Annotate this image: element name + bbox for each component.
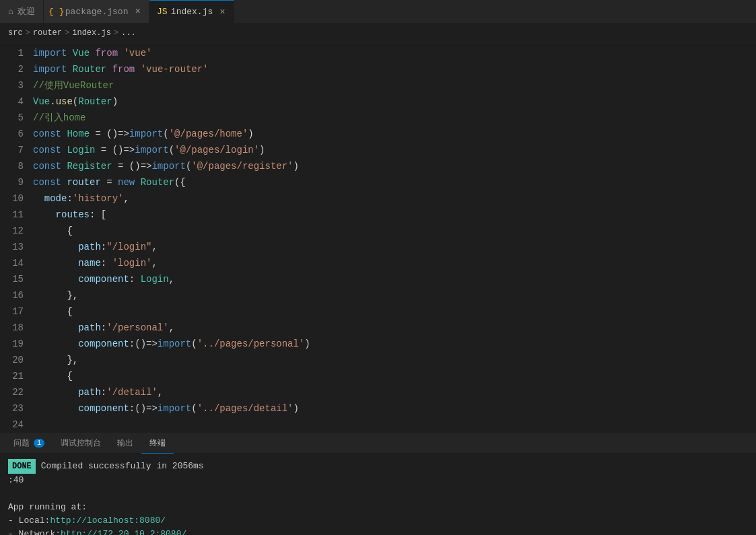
code-line: }, bbox=[33, 352, 756, 368]
panel-tab-problems[interactable]: 问题 1 bbox=[5, 433, 53, 454]
code-line: //引入home bbox=[33, 110, 756, 126]
code-line: Vue.use(Router) bbox=[33, 94, 756, 110]
tab-index[interactable]: JS index.js × bbox=[149, 0, 234, 23]
code-area[interactable]: 12345 678910 1112131415 1617181920 21222… bbox=[0, 42, 756, 433]
sep2: > bbox=[65, 28, 69, 38]
panel-tab-output[interactable]: 输出 bbox=[109, 433, 141, 454]
code-line: const Register = ()=>import('@/pages/reg… bbox=[33, 158, 756, 174]
close-icon-index[interactable]: × bbox=[219, 7, 225, 17]
json-icon: { } bbox=[52, 7, 61, 16]
terminal-network-line: - Network: http://172.20.10.2:8080/ bbox=[8, 528, 748, 535]
tab-package-label: package.json bbox=[65, 7, 129, 17]
terminal-local-line: - Local: http://localhost:8080/ bbox=[8, 514, 748, 528]
panel-tabs: 问题 1 调试控制台 输出 终端 bbox=[0, 433, 756, 454]
line-numbers: 12345 678910 1112131415 1617181920 21222… bbox=[0, 42, 30, 433]
tab-index-label: index.js bbox=[171, 7, 213, 17]
terminal-app-running: App running at: bbox=[8, 501, 748, 514]
tab-home[interactable]: ⌂ 欢迎 bbox=[0, 0, 44, 23]
local-label: - Local: bbox=[8, 514, 50, 528]
breadcrumb-file[interactable]: index.js bbox=[72, 28, 111, 38]
network-label: - Network: bbox=[8, 528, 61, 535]
problems-label: 问题 bbox=[13, 437, 30, 449]
breadcrumb-more[interactable]: ... bbox=[121, 28, 136, 38]
code-line: path:'/personal', bbox=[33, 320, 756, 336]
done-badge: DONE bbox=[8, 459, 36, 474]
code-line: { bbox=[33, 304, 756, 320]
terminal-blank bbox=[8, 487, 748, 501]
terminal-timestamp: :40 bbox=[8, 474, 748, 487]
code-line: component: Login, bbox=[33, 271, 756, 287]
terminal-content[interactable]: DONE Compiled successfully in 2056ms :40… bbox=[0, 454, 756, 535]
code-line: //使用VueRouter bbox=[33, 77, 756, 94]
editor: 12345 678910 1112131415 1617181920 21222… bbox=[0, 42, 756, 433]
home-icon: ⌂ bbox=[8, 7, 13, 17]
tab-bar: ⌂ 欢迎 { } package.json × JS index.js × bbox=[0, 0, 756, 24]
code-line: const Home = ()=>import('@/pages/home') bbox=[33, 126, 756, 142]
problems-badge: 1 bbox=[34, 439, 44, 448]
code-line: { bbox=[33, 223, 756, 239]
code-line: path:'/detail', bbox=[33, 384, 756, 400]
code-line: component:()=>import('../pages/personal'… bbox=[33, 336, 756, 352]
code-line: import Vue from 'vue' bbox=[33, 45, 756, 61]
code-line: component:()=>import('../pages/detail') bbox=[33, 400, 756, 417]
panel-tab-debug[interactable]: 调试控制台 bbox=[53, 433, 109, 454]
tab-home-label: 欢迎 bbox=[18, 5, 35, 17]
code-line: const router = new Router({ bbox=[33, 174, 756, 190]
code-line: const Login = ()=>import('@/pages/login'… bbox=[33, 142, 756, 158]
compile-message: Compiled successfully in 2056ms bbox=[41, 460, 204, 473]
sep3: > bbox=[114, 28, 118, 38]
terminal-label: 终端 bbox=[149, 437, 166, 449]
network-url[interactable]: http://172.20.10.2:8080/ bbox=[61, 528, 186, 535]
code-line: path:"/login", bbox=[33, 239, 756, 255]
code-line: mode:'history', bbox=[33, 190, 756, 207]
panel-tab-terminal[interactable]: 终端 bbox=[141, 433, 174, 454]
output-label: 输出 bbox=[117, 437, 133, 449]
code-line: }, bbox=[33, 287, 756, 304]
local-url[interactable]: http://localhost:8080/ bbox=[50, 514, 166, 528]
debug-label: 调试控制台 bbox=[61, 437, 101, 449]
breadcrumb-src[interactable]: src bbox=[8, 28, 23, 38]
code-line: routes: [ bbox=[33, 207, 756, 223]
tab-package[interactable]: { } package.json × bbox=[44, 0, 149, 23]
terminal-compile-line: DONE Compiled successfully in 2056ms bbox=[8, 459, 748, 474]
code-line: { bbox=[33, 368, 756, 384]
code-line: name: 'login', bbox=[33, 255, 756, 271]
breadcrumb-router[interactable]: router bbox=[33, 28, 62, 38]
sep1: > bbox=[26, 28, 30, 38]
code-line: import Router from 'vue-router' bbox=[33, 61, 756, 77]
breadcrumb: src > router > index.js > ... bbox=[0, 24, 756, 42]
code-content[interactable]: import Vue from 'vue' import Router from… bbox=[30, 42, 756, 433]
js-icon: JS bbox=[158, 7, 167, 17]
bottom-panel: 问题 1 调试控制台 输出 终端 DONE Compiled successfu… bbox=[0, 433, 756, 535]
close-icon[interactable]: × bbox=[135, 6, 140, 17]
